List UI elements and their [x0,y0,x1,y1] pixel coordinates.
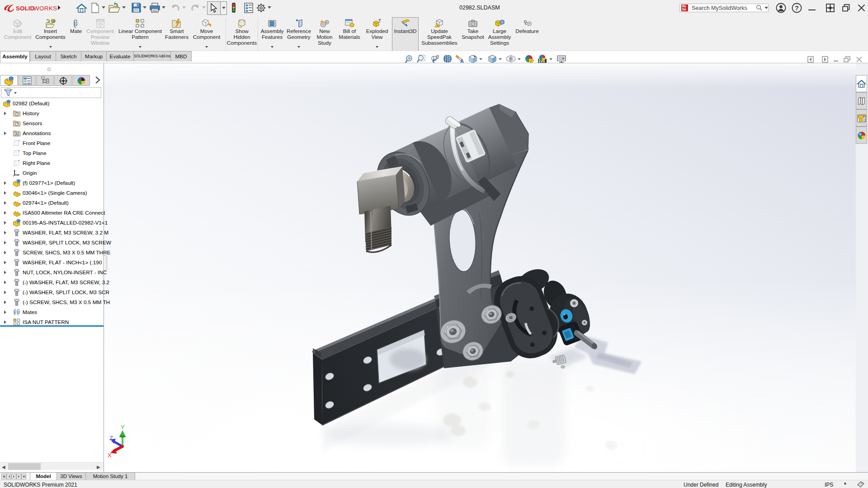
svg-text:A: A [15,132,18,136]
svg-text:!: ! [437,24,438,27]
svg-text:?: ? [795,5,799,12]
svg-text:Z: Z [109,435,113,441]
svg-text:WORKS: WORKS [33,5,57,12]
svg-text:X: X [108,452,112,459]
svg-text:SOLID: SOLID [16,5,35,12]
svg-text:Y: Y [121,424,125,431]
